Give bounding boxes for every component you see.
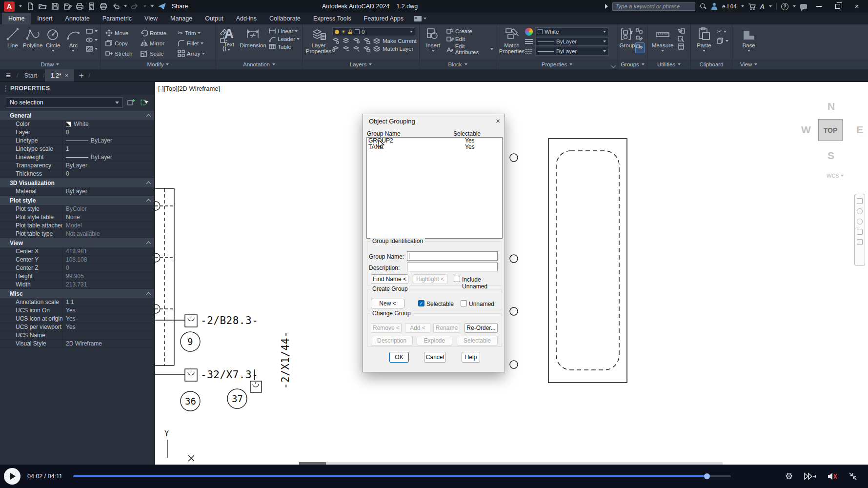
property-row[interactable]: UCS per viewportYes bbox=[0, 323, 154, 331]
user-menu-chevron-icon[interactable] bbox=[741, 5, 744, 7]
arc-button[interactable]: Arc bbox=[63, 26, 84, 52]
ribbon-tab-insert[interactable]: Insert bbox=[31, 13, 59, 24]
drawing-canvas[interactable]: -2/B28.3- -32/X7.3- 9 36 37 -2/X1/44- Y … bbox=[155, 82, 868, 465]
selectable-checkbox[interactable]: ✓ bbox=[418, 300, 424, 306]
include-unnamed-checkbox[interactable] bbox=[454, 276, 460, 282]
layer-vpfreeze-icon[interactable] bbox=[343, 45, 350, 52]
property-row[interactable]: LineweightByLayer bbox=[0, 153, 154, 162]
mirror-button[interactable]: Mirror bbox=[141, 40, 178, 47]
chevron-down-icon[interactable] bbox=[52, 50, 55, 52]
layer-walk-icon[interactable] bbox=[332, 45, 340, 52]
redo-button[interactable] bbox=[131, 3, 139, 10]
dialog-close-icon[interactable]: × bbox=[496, 117, 500, 125]
utilities-panel-label[interactable]: Utilities bbox=[647, 60, 690, 69]
palette-section-header[interactable]: Plot style bbox=[0, 196, 154, 205]
new-group-button[interactable]: New < bbox=[371, 299, 404, 308]
id-point-icon[interactable] bbox=[677, 36, 685, 42]
rename-button[interactable]: Rename bbox=[433, 323, 460, 333]
new-file-button[interactable] bbox=[26, 2, 34, 10]
copy-button[interactable]: Copy bbox=[105, 40, 141, 47]
cancel-button[interactable]: Cancel bbox=[424, 352, 446, 363]
ribbon-tab-extra-tool[interactable] bbox=[410, 13, 430, 24]
view-panel-label[interactable]: View bbox=[732, 60, 765, 69]
property-row[interactable]: Visual Style2D Wireframe bbox=[0, 340, 154, 348]
property-row[interactable]: Center Z0 bbox=[0, 264, 154, 272]
play-button[interactable] bbox=[4, 468, 20, 485]
reorder-button[interactable]: Re-Order... bbox=[464, 323, 498, 333]
search-input[interactable] bbox=[612, 2, 695, 11]
autodesk-app-icon[interactable]: A bbox=[760, 3, 765, 10]
lineweight-combo[interactable]: ByLayer bbox=[535, 37, 608, 46]
block-panel-label[interactable]: Block bbox=[420, 60, 496, 69]
property-row[interactable]: LinetypeByLayer bbox=[0, 137, 154, 145]
edit-block-button[interactable]: Edit bbox=[446, 36, 493, 42]
draw-panel-label[interactable]: Draw bbox=[0, 60, 100, 69]
ribbon-tab-output[interactable]: Output bbox=[199, 13, 230, 24]
chevron-down-icon[interactable] bbox=[703, 50, 706, 52]
palette-section-header[interactable]: 3D Visualization bbox=[0, 178, 154, 187]
property-row[interactable]: Width213.731 bbox=[0, 281, 154, 289]
polyline-button[interactable]: Polyline bbox=[23, 26, 43, 48]
menu-icon[interactable]: ≡ bbox=[0, 69, 17, 81]
layer-properties-button[interactable]: Layer Properties bbox=[305, 26, 332, 54]
property-row[interactable]: UCS icon at originYes bbox=[0, 315, 154, 323]
add-button[interactable]: Add < bbox=[405, 323, 430, 333]
property-row[interactable]: Plot styleByColor bbox=[0, 205, 154, 213]
linear-dimension-button[interactable]: Linear bbox=[268, 28, 300, 34]
save-as-button[interactable] bbox=[63, 2, 72, 10]
viewcube[interactable]: N W TOP E S WCS bbox=[799, 101, 868, 183]
viewcube-east[interactable]: E bbox=[856, 124, 863, 136]
array-button[interactable]: Array bbox=[178, 50, 216, 57]
chevron-icon[interactable] bbox=[146, 241, 151, 246]
publish-button[interactable] bbox=[88, 2, 95, 10]
layer-lock-toggle-icon[interactable] bbox=[363, 38, 370, 44]
chevron-down-icon[interactable] bbox=[661, 50, 664, 52]
viewcube-top-face[interactable]: TOP bbox=[818, 119, 843, 141]
collapse-icon[interactable] bbox=[847, 470, 859, 482]
ribbon-tab-express-tools[interactable]: Express Tools bbox=[307, 13, 358, 24]
orbit-icon[interactable] bbox=[857, 229, 863, 235]
undo-button[interactable] bbox=[112, 3, 120, 10]
insert-block-button[interactable]: Insert bbox=[422, 26, 444, 52]
skip-forward-icon[interactable] bbox=[804, 470, 816, 482]
minimize-button[interactable] bbox=[811, 0, 826, 13]
close-tab-icon[interactable]: × bbox=[65, 72, 68, 79]
save-button[interactable] bbox=[51, 2, 59, 10]
restore-button[interactable] bbox=[830, 0, 845, 13]
palette-section-header[interactable]: View bbox=[0, 238, 154, 247]
match-properties-button[interactable]: Match Properties bbox=[499, 26, 525, 54]
layer-freeze-icon[interactable] bbox=[343, 38, 350, 44]
property-row[interactable]: TransparencyByLayer bbox=[0, 162, 154, 170]
ribbon-tab-collaborate[interactable]: Collaborate bbox=[263, 13, 307, 24]
line-button[interactable]: Line bbox=[2, 26, 23, 48]
ribbon-tab-add-ins[interactable]: Add-ins bbox=[230, 13, 263, 24]
group-selection-toggle[interactable] bbox=[635, 42, 645, 53]
search-icon[interactable] bbox=[700, 3, 707, 10]
stretch-button[interactable]: Stretch bbox=[105, 50, 141, 57]
modify-panel-label[interactable]: Modify bbox=[101, 60, 216, 69]
redo-history-chevron-icon[interactable] bbox=[143, 5, 146, 7]
groups-panel-label[interactable]: Groups bbox=[618, 60, 647, 69]
property-row[interactable]: Plot table attached toModel bbox=[0, 222, 154, 230]
highlight-button[interactable]: Highlight < bbox=[413, 274, 447, 284]
layer-off-icon[interactable] bbox=[353, 38, 360, 44]
property-row[interactable]: Linetype scale1 bbox=[0, 145, 154, 153]
qat-customize-chevron-icon[interactable] bbox=[151, 5, 154, 7]
palette-section-header[interactable]: General bbox=[0, 111, 154, 120]
layer-merge-icon[interactable] bbox=[353, 45, 360, 52]
file-tab-active-doc[interactable]: 1.2* × bbox=[45, 69, 74, 81]
feedback-chat-icon[interactable] bbox=[800, 4, 807, 9]
find-name-button[interactable]: Find Name < bbox=[371, 274, 408, 284]
chevron-down-icon[interactable] bbox=[72, 50, 75, 52]
layer-unlock-icon[interactable] bbox=[363, 45, 370, 52]
viewcube-wcs-menu[interactable]: WCS bbox=[827, 173, 844, 179]
help-menu-chevron-icon[interactable] bbox=[793, 5, 796, 7]
chevron-down-icon[interactable] bbox=[747, 50, 750, 52]
properties-panel-label[interactable]: Properties bbox=[496, 60, 618, 69]
move-button[interactable]: Move bbox=[105, 29, 141, 37]
toggle-pickadd-button[interactable] bbox=[126, 97, 137, 108]
property-row[interactable]: Layer0 bbox=[0, 128, 154, 137]
fillet-button[interactable]: Fillet bbox=[178, 40, 216, 47]
property-row[interactable]: Annotation scale1:1 bbox=[0, 298, 154, 306]
print-button[interactable] bbox=[100, 2, 107, 10]
